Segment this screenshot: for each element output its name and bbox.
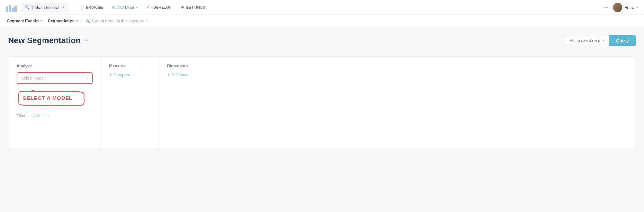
drilldown-label: Drilldown — [171, 73, 188, 77]
nav-links: 📄 BROWSE ◎ ANALYZE ▾ <> DEVELOP ⚙ SETTIN… — [75, 3, 603, 12]
analyze-label: ANALYZE — [117, 5, 135, 10]
breadcrumb-segmentation-chevron-icon: ▾ — [76, 19, 78, 23]
avatar — [613, 3, 622, 12]
logo-bar-3 — [12, 8, 14, 12]
browse-icon: 📄 — [79, 5, 84, 10]
breadcrumb: Segment Events ▾ › Segmentation ▾ › 🔍 Sw… — [0, 15, 644, 27]
hand-drawn-annotation: SELECT A MODEL — [17, 89, 93, 109]
header-actions: Pin to dashboard ▾ Query — [565, 35, 636, 46]
pin-chevron-icon: ▾ — [603, 39, 604, 43]
nav-settings[interactable]: ⚙ SETTINGS — [177, 3, 209, 12]
measure-section-label: Measure — [109, 64, 151, 68]
user-menu[interactable]: Emre ▾ — [613, 3, 638, 12]
breadcrumb-chevron-icon: ▾ — [40, 19, 42, 23]
logo-bar-2 — [9, 5, 11, 12]
filters-label: Filters — [17, 113, 28, 118]
browse-label: BROWSE — [86, 5, 103, 10]
page-title: New Segmentation — [8, 36, 80, 45]
query-button[interactable]: Query — [609, 35, 636, 46]
page-title-area: New Segmentation ✏ — [8, 36, 88, 45]
project-selector[interactable]: 🔍 Rakam Internal ▾ — [21, 3, 68, 12]
dimension-section-label: Dimension — [167, 64, 627, 68]
project-name: Rakam Internal — [32, 5, 59, 10]
model-select-chevron-icon: ▾ — [86, 76, 88, 80]
nav-right: 〜 Emre ▾ — [603, 3, 638, 12]
breadcrumb-segment-events[interactable]: Segment Events ▾ — [7, 19, 42, 23]
model-select-placeholder: Select model — [21, 76, 45, 80]
analyze-section: Analyze Select model ▾ SELECT A MODEL Fi… — [8, 57, 101, 149]
page-header: New Segmentation ✏ Pin to dashboard ▾ Qu… — [0, 27, 644, 52]
settings-label: SETTINGS — [186, 5, 206, 10]
nav-analyze[interactable]: ◎ ANALYZE ▾ — [108, 3, 142, 12]
svg-text:SELECT A MODEL: SELECT A MODEL — [23, 95, 73, 101]
breadcrumb-report-search[interactable]: 🔍 Switch report in this category ▾ — [85, 19, 148, 23]
logo-bars — [6, 3, 17, 12]
add-drilldown-button[interactable]: + Drilldown — [167, 72, 188, 78]
breadcrumb-segmentation-label: Segmentation — [48, 19, 75, 23]
develop-icon: <> — [147, 5, 152, 10]
add-filter-button[interactable]: + Add filter — [30, 113, 49, 118]
plus-icon: + — [109, 72, 112, 78]
logo-bar-4 — [14, 6, 17, 12]
avatar-image — [613, 3, 622, 12]
analyze-chevron-icon: ▾ — [136, 6, 138, 9]
analyze-icon: ◎ — [112, 5, 116, 10]
add-compare-button[interactable]: + Compare — [109, 72, 130, 78]
logo[interactable] — [6, 3, 17, 12]
breadcrumb-separator-2: › — [80, 19, 82, 23]
main-content: Analyze Select model ▾ SELECT A MODEL Fi… — [0, 52, 644, 157]
breadcrumb-search-chevron-icon: ▾ — [146, 19, 148, 23]
activity-icon[interactable]: 〜 — [603, 4, 608, 11]
measure-section: Measure + Compare — [101, 57, 159, 149]
breadcrumb-segment-events-label: Segment Events — [7, 19, 39, 23]
develop-label: DEVELOP — [153, 5, 172, 10]
settings-icon: ⚙ — [181, 5, 184, 10]
compare-label: Compare — [114, 73, 130, 77]
annotation-svg: SELECT A MODEL — [17, 89, 86, 108]
search-icon: 🔍 — [25, 5, 30, 10]
breadcrumb-segmentation[interactable]: Segmentation ▾ — [48, 19, 78, 23]
pin-to-dashboard-button[interactable]: Pin to dashboard ▾ — [565, 35, 609, 46]
nav-develop[interactable]: <> DEVELOP — [143, 3, 176, 12]
analysis-panel: Analyze Select model ▾ SELECT A MODEL Fi… — [8, 56, 636, 149]
top-navigation: 🔍 Rakam Internal ▾ 📄 BROWSE ◎ ANALYZE ▾ … — [0, 0, 644, 15]
logo-bar-1 — [6, 6, 8, 12]
breadcrumb-search-text: Switch report in this category — [92, 19, 144, 23]
drilldown-plus-icon: + — [167, 72, 170, 78]
breadcrumb-separator-1: › — [44, 19, 46, 23]
filters-area: Filters + Add filter — [17, 113, 93, 118]
user-name: Emre — [625, 5, 634, 10]
edit-icon[interactable]: ✏ — [84, 37, 88, 44]
user-chevron-icon: ▾ — [636, 5, 638, 9]
pin-button-label: Pin to dashboard — [570, 38, 600, 43]
dimension-section: Dimension + Drilldown — [159, 57, 636, 149]
breadcrumb-search-icon: 🔍 — [85, 19, 90, 23]
chevron-down-icon: ▾ — [63, 5, 65, 9]
analyze-section-label: Analyze — [17, 64, 93, 68]
model-select-dropdown[interactable]: Select model ▾ — [17, 72, 93, 84]
nav-browse[interactable]: 📄 BROWSE — [75, 3, 107, 12]
